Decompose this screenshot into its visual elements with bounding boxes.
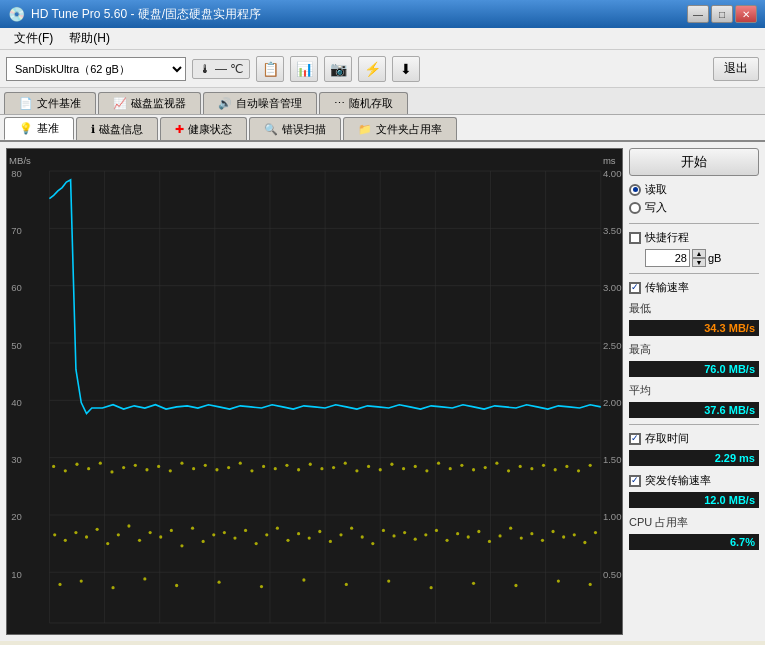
transfer-checkbox-indicator (629, 282, 641, 294)
tab-health[interactable]: ✚ 健康状态 (160, 117, 247, 140)
svg-point-54 (96, 528, 99, 531)
svg-text:62gB: 62gB (588, 630, 610, 634)
temperature-display: 🌡 — ℃ (192, 59, 250, 79)
svg-text:ms: ms (603, 155, 616, 166)
menu-file[interactable]: 文件(F) (6, 28, 61, 49)
svg-text:10: 10 (11, 569, 22, 580)
transfer-label: 传输速率 (645, 280, 689, 295)
write-radio-indicator (629, 202, 641, 214)
svg-text:0: 0 (47, 630, 53, 634)
spin-input[interactable] (645, 249, 690, 267)
svg-point-152 (460, 464, 463, 467)
svg-point-97 (551, 530, 554, 533)
svg-point-90 (477, 530, 480, 533)
svg-point-154 (484, 466, 487, 469)
benchmark-chart: MB/s 80 70 60 50 40 30 20 10 ms 4.00 3.5… (7, 149, 622, 634)
write-radio[interactable]: 写入 (629, 200, 759, 215)
max-label: 最高 (629, 342, 759, 357)
svg-point-118 (64, 469, 67, 472)
tab-random-access[interactable]: ⋯ 随机存取 (319, 92, 408, 114)
svg-point-65 (212, 533, 215, 536)
svg-point-57 (127, 524, 130, 527)
minimize-button[interactable]: — (687, 5, 709, 23)
burst-checkbox-indicator (629, 475, 641, 487)
svg-text:6: 6 (100, 630, 105, 634)
read-radio-indicator (629, 184, 641, 196)
chart-area: MB/s 80 70 60 50 40 30 20 10 ms 4.00 3.5… (6, 148, 623, 635)
svg-point-132 (227, 466, 230, 469)
tab-error-scan[interactable]: 🔍 错误扫描 (249, 117, 341, 140)
drive-select[interactable]: SanDiskUltra（62 gB） (6, 57, 186, 81)
monitor-icon: 📈 (113, 97, 127, 110)
speaker-icon: 🔊 (218, 97, 232, 110)
start-button[interactable]: 开始 (629, 148, 759, 176)
menu-help[interactable]: 帮助(H) (61, 28, 118, 49)
spin-up[interactable]: ▲ (692, 249, 706, 258)
svg-point-153 (472, 468, 475, 471)
svg-point-88 (456, 532, 459, 535)
svg-point-85 (424, 533, 427, 536)
scan-icon: 🔍 (264, 123, 278, 136)
svg-point-89 (467, 535, 470, 538)
main-content: MB/s 80 70 60 50 40 30 20 10 ms 4.00 3.5… (0, 142, 765, 641)
tab-noise[interactable]: 🔊 自动噪音管理 (203, 92, 317, 114)
tab-folder-usage[interactable]: 📁 文件夹占用率 (343, 117, 457, 140)
quick-travel-checkbox[interactable]: 快捷行程 (629, 230, 759, 245)
maximize-button[interactable]: □ (711, 5, 733, 23)
svg-point-76 (329, 540, 332, 543)
close-button[interactable]: ✕ (735, 5, 757, 23)
svg-point-51 (64, 539, 67, 542)
access-value: 2.29 ms (629, 450, 759, 466)
svg-point-143 (355, 469, 358, 472)
bulb-icon: 💡 (19, 122, 33, 135)
svg-point-50 (53, 533, 56, 536)
svg-point-84 (414, 538, 417, 541)
svg-point-68 (244, 529, 247, 532)
app-icon: 💿 (8, 6, 25, 22)
svg-point-70 (265, 533, 268, 536)
tab-bench[interactable]: 💡 基准 (4, 117, 74, 140)
svg-point-59 (149, 531, 152, 534)
transfer-rate-checkbox[interactable]: 传输速率 (629, 280, 759, 295)
read-radio[interactable]: 读取 (629, 182, 759, 197)
svg-point-122 (110, 470, 113, 473)
svg-text:31: 31 (321, 630, 332, 634)
spin-input-row: ▲ ▼ gB (645, 249, 759, 267)
download-button[interactable]: ⬇ (392, 56, 420, 82)
svg-point-155 (495, 461, 498, 464)
svg-text:20: 20 (11, 511, 22, 522)
camera-button[interactable]: 📷 (324, 56, 352, 82)
svg-point-62 (180, 544, 183, 547)
svg-point-119 (75, 463, 78, 466)
svg-point-77 (339, 533, 342, 536)
read-label: 读取 (645, 182, 667, 197)
svg-point-58 (138, 539, 141, 542)
svg-point-148 (414, 465, 417, 468)
max-value: 76.0 MB/s (629, 361, 759, 377)
access-label: 存取时间 (645, 431, 689, 446)
power-button[interactable]: ⚡ (358, 56, 386, 82)
svg-point-80 (371, 542, 374, 545)
spin-down[interactable]: ▼ (692, 258, 706, 267)
svg-text:50: 50 (11, 339, 22, 350)
clipboard-button[interactable]: 📋 (256, 56, 284, 82)
svg-point-142 (344, 461, 347, 464)
tab-file-benchmark[interactable]: 📄 文件基准 (4, 92, 96, 114)
access-time-checkbox[interactable]: 存取时间 (629, 431, 759, 446)
svg-point-73 (297, 532, 300, 535)
exit-button[interactable]: 退出 (713, 57, 759, 81)
svg-text:24: 24 (266, 630, 277, 634)
svg-point-110 (345, 583, 348, 586)
chart-button[interactable]: 📊 (290, 56, 318, 82)
tab-disk-info[interactable]: ℹ 磁盘信息 (76, 117, 158, 140)
app-title: HD Tune Pro 5.60 - 硬盘/固态硬盘实用程序 (31, 6, 687, 23)
svg-point-112 (430, 586, 433, 589)
tab-disk-monitor[interactable]: 📈 磁盘监视器 (98, 92, 201, 114)
svg-text:3.50: 3.50 (603, 225, 622, 236)
svg-text:43: 43 (431, 630, 442, 634)
burst-rate-checkbox[interactable]: 突发传输速率 (629, 473, 759, 488)
svg-point-140 (320, 467, 323, 470)
svg-point-99 (573, 533, 576, 536)
svg-point-102 (58, 583, 61, 586)
min-value: 34.3 MB/s (629, 320, 759, 336)
